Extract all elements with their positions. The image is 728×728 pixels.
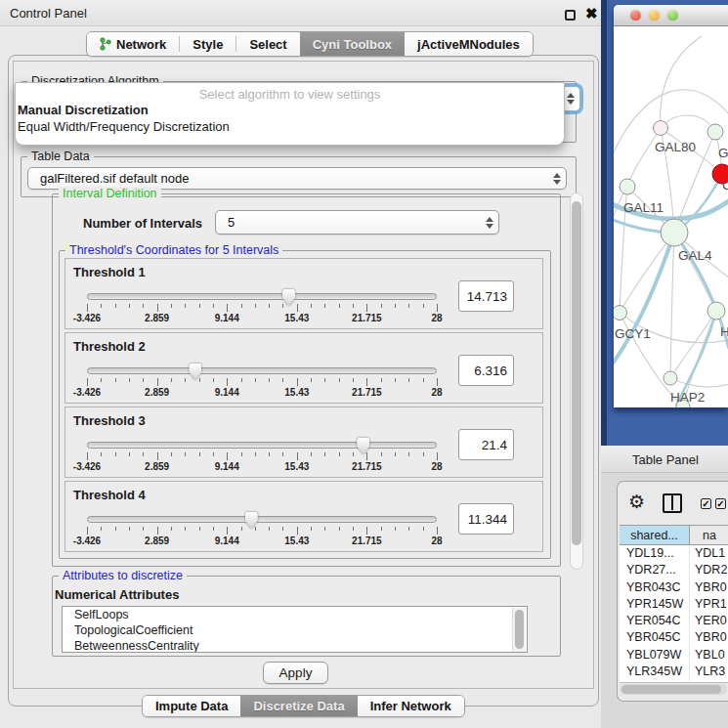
threshold-4-value-field[interactable]: 11.344: [458, 503, 514, 535]
threshold-4-slider[interactable]: [87, 516, 437, 523]
network-canvas[interactable]: GAL80 G C GAL11 GAL4 GCY1 H HAP2: [614, 26, 728, 407]
node-h[interactable]: [707, 302, 725, 320]
tick-label: 15.43: [284, 313, 309, 323]
threshold-1-label: Threshold 1: [73, 265, 146, 279]
cell-shared-name[interactable]: YLR345W: [620, 664, 690, 680]
table-hscrollbar-thumb[interactable]: [621, 685, 721, 694]
network-icon: [100, 37, 111, 51]
tab-cyni-toolbox[interactable]: Cyni Toolbox: [300, 32, 405, 56]
tab-style[interactable]: Style: [180, 32, 236, 56]
threshold-3-block: Threshold 3 -3.4262.8599.14415.4321.7152…: [64, 407, 543, 478]
close-icon[interactable]: ✖: [585, 5, 598, 22]
tab-discretize-data[interactable]: Discretize Data: [240, 696, 357, 716]
network-view-window: GAL80 G C GAL11 GAL4 GCY1 H HAP2: [614, 5, 728, 407]
slider-track[interactable]: [87, 367, 437, 374]
gear-icon[interactable]: ⚙: [628, 492, 645, 511]
tick-label: -3.426: [73, 313, 101, 323]
cell-name[interactable]: YBR0: [690, 579, 728, 596]
slider-track[interactable]: [87, 293, 437, 300]
cell-name[interactable]: YLR3: [690, 664, 728, 680]
checkbox-icon[interactable]: ✓: [715, 498, 726, 509]
network-window-titlebar[interactable]: [614, 5, 728, 26]
table-row[interactable]: YBR043CYBR0: [620, 579, 728, 596]
table-row[interactable]: YER054CYER0: [620, 613, 728, 629]
tick-label: 28: [431, 535, 442, 546]
table-row[interactable]: YIL052CYIL0: [620, 680, 728, 683]
cell-shared-name[interactable]: YDR27...: [620, 562, 690, 578]
tick-label: -3.426: [73, 461, 101, 472]
cell-shared-name[interactable]: YER054C: [620, 613, 690, 629]
tick-label: 9.144: [215, 535, 239, 546]
cell-shared-name[interactable]: YBL079W: [620, 647, 690, 664]
threshold-3-value-field[interactable]: 21.4: [458, 429, 514, 460]
thresholds-group-title: Threshold's Coordinates for 5 Intervals: [65, 243, 282, 257]
close-traffic-light[interactable]: [630, 10, 641, 21]
slider-track[interactable]: [87, 516, 437, 523]
table-row[interactable]: YDL19...YDL1: [620, 545, 728, 562]
pane-divider[interactable]: [601, 0, 607, 446]
column-header-name[interactable]: na: [690, 526, 728, 544]
table-row[interactable]: YDR27...YDR2: [620, 562, 728, 578]
cell-name[interactable]: YDL1: [690, 545, 728, 562]
cell-name[interactable]: YER0: [690, 613, 728, 629]
popup-option-manual-discretization[interactable]: Manual Discretization: [16, 102, 564, 118]
threshold-2-value-field[interactable]: 6.316: [458, 355, 514, 386]
cell-shared-name[interactable]: YIL052C: [620, 680, 690, 683]
tab-select[interactable]: Select: [236, 32, 299, 56]
tick-label: 2.859: [145, 535, 169, 546]
control-panel-titlebar: Control Panel ✖: [0, 0, 601, 26]
threshold-2-slider[interactable]: [87, 367, 437, 374]
cell-name[interactable]: YDR2: [690, 562, 728, 578]
list-scrollbar[interactable]: [512, 608, 526, 653]
numerical-attributes-list[interactable]: SelfLoopsTopologicalCoefficientBetweenne…: [62, 606, 528, 653]
panel-scrollbar[interactable]: [570, 193, 583, 570]
panel-scrollbar-thumb[interactable]: [572, 201, 581, 545]
node-hap2[interactable]: [664, 371, 677, 385]
attribute-list-item[interactable]: BetweennessCentrality: [63, 638, 527, 653]
list-scrollbar-thumb[interactable]: [515, 610, 524, 649]
apply-button[interactable]: Apply: [263, 662, 328, 684]
node-gal4[interactable]: [661, 219, 688, 246]
cell-name[interactable]: YPR1: [690, 596, 728, 613]
float-window-icon[interactable]: [565, 10, 576, 21]
cell-name[interactable]: YBR0: [690, 629, 728, 646]
minimize-traffic-light[interactable]: [649, 10, 660, 21]
column-header-shared-name[interactable]: shared...: [620, 526, 690, 544]
threshold-1-slider[interactable]: [87, 293, 437, 300]
node-gal11[interactable]: [620, 179, 635, 194]
tab-infer-network[interactable]: Infer Network: [358, 696, 464, 716]
cell-name[interactable]: YBL0: [690, 647, 728, 664]
combo-stepper-icon: [481, 217, 498, 229]
tab-jactivemnodules[interactable]: jActiveMNodules: [405, 32, 533, 56]
slider-track[interactable]: [87, 442, 437, 449]
threshold-1-value-field[interactable]: 14.713: [458, 280, 514, 312]
cell-shared-name[interactable]: YPR145W: [620, 596, 690, 613]
table-row[interactable]: YLR345WYLR3: [620, 664, 728, 680]
tick-label: -3.426: [73, 535, 101, 546]
threshold-3-slider[interactable]: [87, 442, 437, 449]
node-gal80[interactable]: [654, 121, 668, 136]
table-hscrollbar[interactable]: [620, 684, 727, 695]
popup-option-equal-width-frequency[interactable]: Equal Width/Frequency Discretization: [16, 118, 564, 135]
table-row[interactable]: YPR145WYPR1: [620, 596, 728, 613]
panel-title: Control Panel: [10, 6, 87, 21]
cell-shared-name[interactable]: YBR043C: [620, 579, 690, 596]
zoom-traffic-light[interactable]: [667, 10, 678, 21]
tab-network[interactable]: Network: [87, 32, 179, 56]
attribute-list-item[interactable]: SelfLoops: [63, 607, 527, 622]
num-intervals-combo[interactable]: 5: [215, 210, 499, 235]
columns-icon[interactable]: [663, 493, 682, 513]
node-gcy1[interactable]: [614, 306, 627, 321]
table-row[interactable]: YBL079WYBL0: [620, 647, 728, 664]
cell-shared-name[interactable]: YBR045C: [620, 629, 690, 646]
cell-shared-name[interactable]: YDL19...: [620, 545, 690, 562]
num-intervals-value: 5: [216, 215, 481, 230]
attribute-list-item[interactable]: TopologicalCoefficient: [63, 622, 527, 638]
checkbox-icon[interactable]: ✓: [701, 498, 711, 509]
node-g[interactable]: [707, 124, 723, 140]
threshold-4-label: Threshold 4: [73, 488, 146, 502]
node-label-gcy1: GCY1: [615, 326, 651, 341]
table-row[interactable]: YBR045CYBR0: [620, 629, 728, 646]
tab-impute-data[interactable]: Impute Data: [143, 696, 240, 716]
cell-name[interactable]: YIL0: [690, 680, 728, 683]
